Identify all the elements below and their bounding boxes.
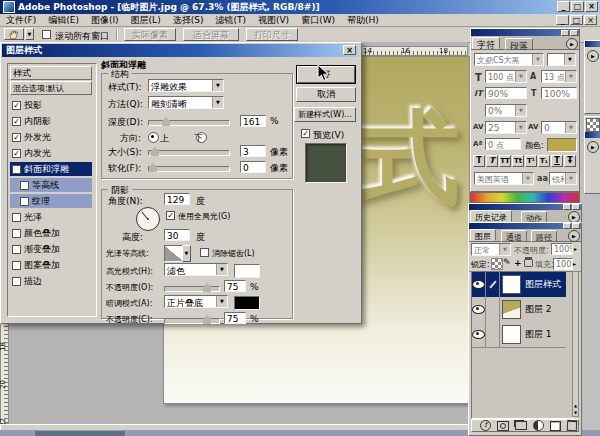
highlight-opacity-field[interactable]: 75: [224, 280, 246, 292]
language-select[interactable]: 美国英语: [474, 172, 534, 185]
soften-slider[interactable]: [148, 166, 230, 172]
collapsed-palette[interactable]: [584, 40, 600, 114]
dialog-title-bar[interactable]: 图层样式 ×: [2, 44, 358, 57]
dropdown-arrow-icon[interactable]: [216, 296, 227, 307]
layer-row-2[interactable]: 图层 2: [472, 297, 566, 323]
shadow-opacity-field[interactable]: 75: [224, 312, 246, 324]
fill-spinner-icon[interactable]: ▸: [573, 260, 576, 267]
scroll-all-windows-checkbox[interactable]: [42, 30, 51, 39]
cancel-button[interactable]: 取消: [296, 87, 356, 102]
menu-layer[interactable]: 图层(L): [125, 14, 167, 27]
slider-thumb[interactable]: [162, 117, 170, 126]
tab-character[interactable]: 字符: [472, 37, 500, 49]
doc-close-icon[interactable]: ×: [584, 15, 597, 25]
lock-all-icon[interactable]: [524, 259, 533, 267]
angle-field[interactable]: 129: [164, 193, 190, 205]
baseline-shift-field[interactable]: 0 点: [485, 138, 521, 150]
antialias-checkbox[interactable]: [200, 248, 209, 257]
menu-edit[interactable]: 编辑(E): [42, 14, 85, 27]
style-item-blending[interactable]: 混合选项:默认: [10, 81, 92, 95]
style-item-inner-glow[interactable]: 内发光: [10, 146, 92, 160]
subscript-button[interactable]: T₁: [538, 155, 550, 167]
style-checkbox[interactable]: [12, 261, 21, 270]
slider-thumb[interactable]: [149, 163, 157, 172]
new-adjustment-layer-icon[interactable]: [533, 420, 544, 431]
altitude-field[interactable]: 30: [164, 229, 190, 241]
highlight-color-swatch[interactable]: [234, 264, 260, 278]
dropdown-arrow-icon[interactable]: [565, 122, 576, 133]
tool-preset-arrow-icon[interactable]: ▼: [25, 28, 34, 40]
dropdown-arrow-icon[interactable]: [212, 97, 223, 108]
menu-view[interactable]: 视图(V): [252, 14, 295, 27]
tab-paragraph[interactable]: 段落: [505, 38, 533, 50]
add-layer-mask-icon[interactable]: [497, 421, 509, 431]
soften-field[interactable]: 0: [240, 161, 266, 173]
anti-alias-select[interactable]: 锐利: [549, 172, 577, 185]
underline-button[interactable]: T: [551, 155, 563, 167]
add-layer-style-icon[interactable]: f: [480, 420, 491, 431]
gloss-contour-thumbnail[interactable]: [164, 245, 184, 262]
technique-select[interactable]: 雕刻清晰: [148, 96, 224, 109]
palette-menu-icon[interactable]: [587, 141, 599, 153]
leading-select[interactable]: 13 点: [541, 70, 577, 83]
close-icon[interactable]: ×: [585, 1, 598, 12]
dropdown-arrow-icon[interactable]: [515, 122, 526, 133]
menu-image[interactable]: 图像(I): [85, 14, 125, 27]
superscript-button[interactable]: T¹: [525, 155, 537, 167]
new-style-button[interactable]: 新建样式(W)...: [294, 107, 356, 122]
eye-icon[interactable]: [472, 305, 485, 314]
font-style-select[interactable]: [547, 53, 576, 66]
font-size-select[interactable]: 100 点: [485, 70, 527, 83]
global-light-checkbox[interactable]: [166, 211, 175, 220]
highlight-mode-select[interactable]: 滤色: [164, 263, 228, 276]
dropdown-arrow-icon[interactable]: [532, 54, 543, 65]
opacity-spinner-icon[interactable]: ▸: [574, 245, 577, 252]
dropdown-arrow-icon[interactable]: [564, 54, 575, 65]
lock-pixels-icon[interactable]: ✎: [503, 257, 513, 268]
preview-checkbox[interactable]: [301, 129, 310, 138]
dropdown-arrow-icon[interactable]: [212, 80, 223, 91]
layer-row-text[interactable]: T 图层样式: [472, 272, 566, 298]
size-slider[interactable]: [148, 150, 230, 156]
direction-up-radio[interactable]: [148, 132, 159, 143]
style-checkbox[interactable]: [12, 213, 21, 222]
scroll-up-icon[interactable]: ▲: [573, 403, 578, 408]
style-item-texture[interactable]: 纹理: [10, 194, 92, 208]
shadow-mode-select[interactable]: 正片叠底: [164, 295, 228, 308]
lock-position-icon[interactable]: +: [514, 258, 524, 268]
opacity-field[interactable]: 100%: [551, 243, 573, 255]
kerning-select[interactable]: 0: [541, 121, 577, 134]
lock-transparency-icon[interactable]: [491, 258, 503, 270]
style-item-inner-shadow[interactable]: 内阴影: [10, 114, 92, 128]
tracking-select[interactable]: 25: [485, 121, 527, 134]
hand-tool-button[interactable]: [4, 28, 24, 40]
layer-row-1[interactable]: 图层 1: [472, 322, 566, 348]
style-item-outer-glow[interactable]: 外发光: [10, 130, 92, 144]
menu-window[interactable]: 窗口(W): [295, 14, 341, 27]
style-checkbox[interactable]: [12, 277, 21, 286]
style-checkbox[interactable]: [12, 117, 21, 126]
print-size-button[interactable]: 打印尺寸: [246, 28, 298, 41]
all-caps-button[interactable]: TT: [499, 155, 511, 167]
tab-channels[interactable]: 通道: [501, 230, 527, 242]
scroll-down-icon[interactable]: ▼: [573, 410, 578, 415]
style-item-gradient-overlay[interactable]: 渐变叠加: [10, 242, 92, 256]
style-item-color-overlay[interactable]: 颜色叠加: [10, 226, 92, 240]
slider-thumb[interactable]: [203, 315, 211, 324]
menu-file[interactable]: 文件(F): [0, 14, 42, 27]
color-ramp[interactable]: [470, 192, 580, 203]
menu-filter[interactable]: 滤镜(T): [209, 14, 252, 27]
style-item-stroke[interactable]: 描边: [10, 274, 92, 288]
dropdown-arrow-icon[interactable]: [515, 71, 526, 82]
style-checkbox[interactable]: [12, 229, 21, 238]
blend-mode-select[interactable]: 正常: [471, 243, 511, 256]
style-checkbox[interactable]: [12, 149, 21, 158]
font-family-select[interactable]: 文鼎CS大黑: [474, 53, 544, 66]
new-layer-icon[interactable]: [550, 421, 561, 431]
style-checkbox[interactable]: [20, 181, 29, 190]
dropdown-arrow-icon[interactable]: [216, 264, 227, 275]
bevel-style-select[interactable]: 浮雕效果: [148, 79, 224, 92]
minimize-icon[interactable]: _: [557, 1, 570, 12]
palette-title-bar[interactable]: [471, 29, 579, 36]
fit-screen-button[interactable]: 适合屏幕: [183, 28, 239, 41]
